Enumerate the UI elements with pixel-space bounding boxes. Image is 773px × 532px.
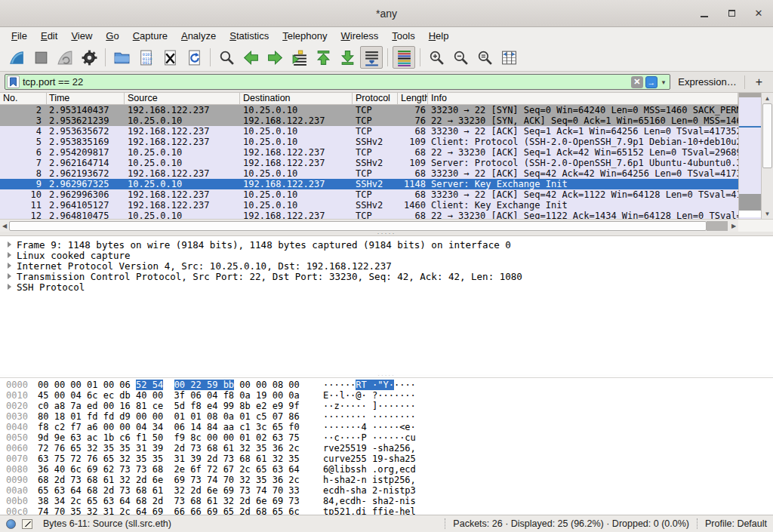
zoom-normal-button[interactable]	[473, 46, 496, 69]
column-header-time[interactable]: Time	[47, 93, 125, 104]
zoom-in-button[interactable]	[425, 46, 448, 69]
packet-row[interactable]: 102.962996306192.168.122.23710.25.0.10TC…	[0, 189, 738, 200]
detail-row[interactable]: Linux cooked capture	[5, 250, 773, 260]
filter-bookmark-button[interactable]	[7, 75, 20, 88]
display-filter-field[interactable]: ✕ → ▾	[5, 74, 670, 90]
packet-row[interactable]: 82.962193672192.168.122.23710.25.0.10TCP…	[0, 168, 738, 179]
maximize-button[interactable]	[723, 5, 740, 22]
hex-row[interactable]: 00b038 34 2c 65 63 64 68 2d 73 68 61 32 …	[6, 496, 773, 506]
hex-row[interactable]: 0020c0 a8 7a ed 00 16 81 ce 5d f8 e4 99 …	[6, 401, 773, 411]
hex-row[interactable]: 007063 75 72 76 65 32 35 35 31 39 2d 73 …	[6, 454, 773, 464]
expand-triangle-icon[interactable]	[8, 263, 11, 269]
add-filter-button[interactable]: +	[750, 75, 768, 89]
menu-go[interactable]: Go	[99, 29, 125, 43]
start-capture-button[interactable]	[5, 46, 28, 69]
hex-row[interactable]: 001045 00 04 6c ec db 40 00 3f 06 04 f8 …	[6, 390, 773, 401]
packet-row[interactable]: 22.953140437192.168.122.23710.25.0.10TCP…	[0, 105, 738, 115]
go-back-button[interactable]	[239, 46, 262, 69]
packet-row[interactable]: 32.95362123910.25.0.10192.168.122.237TCP…	[0, 115, 738, 126]
hex-row[interactable]: 008036 40 6c 69 62 73 73 68 2e 6f 72 67 …	[6, 464, 773, 475]
detail-row[interactable]: Internet Protocol Version 4, Src: 10.25.…	[5, 260, 773, 271]
horizontal-scrollbar-thumb[interactable]	[9, 221, 707, 231]
vertical-scrollbar[interactable]: ▲ ▼	[761, 93, 773, 219]
column-header-no[interactable]: No.	[0, 93, 47, 104]
expand-triangle-icon[interactable]	[8, 284, 11, 290]
menu-statistics[interactable]: Statistics	[223, 29, 276, 43]
column-header-dst[interactable]: Destination	[240, 93, 353, 104]
zoom-out-button[interactable]	[449, 46, 472, 69]
column-header-proto[interactable]: Protocol	[353, 93, 398, 104]
vertical-scrollbar-thumb[interactable]	[762, 103, 772, 168]
filter-dropdown-caret[interactable]: ▾	[662, 78, 666, 86]
display-filter-input[interactable]	[23, 76, 629, 88]
column-header-len[interactable]: Length	[398, 93, 428, 104]
find-packet-button[interactable]	[215, 46, 238, 69]
stop-capture-button[interactable]	[29, 46, 52, 69]
horizontal-scrollbar[interactable]: ◀ ▶	[0, 219, 738, 232]
menu-file[interactable]: File	[5, 29, 34, 43]
menu-edit[interactable]: Edit	[34, 29, 64, 43]
close-button[interactable]: ✕	[750, 5, 767, 22]
packet-list-header[interactable]: No.TimeSourceDestinationProtocolLengthIn…	[0, 93, 738, 105]
profile-text[interactable]: Profile: Default	[705, 518, 767, 529]
filter-apply-button[interactable]: →	[645, 76, 658, 88]
scroll-left-arrow-icon[interactable]: ◀	[0, 220, 9, 232]
menu-wireless[interactable]: Wireless	[334, 29, 386, 43]
packet-row[interactable]: 62.95420981710.25.0.10192.168.122.237TCP…	[0, 147, 738, 158]
colorize-icon	[396, 49, 413, 66]
go-last-button[interactable]	[336, 46, 359, 69]
reload-file-button[interactable]	[183, 46, 205, 69]
capture-options-button[interactable]	[78, 46, 100, 69]
restart-capture-button[interactable]	[54, 46, 76, 69]
detail-row[interactable]: Transmission Control Protocol, Src Port:…	[5, 271, 773, 281]
auto-scroll-button[interactable]	[360, 46, 383, 69]
menu-telephony[interactable]: Telephony	[276, 29, 334, 43]
hex-row[interactable]: 000000 00 00 01 00 06 52 54 00 22 59 bb …	[6, 380, 773, 390]
column-header-info[interactable]: Info	[428, 93, 738, 104]
expert-info-icon[interactable]	[6, 519, 16, 529]
packet-row[interactable]: 122.96481047510.25.0.10192.168.122.237TC…	[0, 211, 738, 219]
expand-triangle-icon[interactable]	[8, 241, 11, 248]
hex-row[interactable]: 00509d 9e 63 ac 1b c6 f1 50 f9 8c 00 00 …	[6, 432, 773, 443]
menu-capture[interactable]: Capture	[126, 29, 174, 43]
svg-text:0011: 0011	[142, 60, 152, 64]
column-header-src[interactable]: Source	[125, 93, 240, 104]
save-file-button[interactable]: 010101100011	[134, 46, 157, 69]
menu-tools[interactable]: Tools	[385, 29, 421, 43]
capture-comment-icon[interactable]	[22, 519, 32, 529]
packet-row[interactable]: 42.953635672192.168.122.23710.25.0.10TCP…	[0, 126, 738, 137]
packet-list-minimap[interactable]	[738, 93, 761, 219]
packet-row[interactable]: 112.964105127192.168.122.23710.25.0.10SS…	[0, 200, 738, 211]
menu-view[interactable]: View	[64, 29, 99, 43]
go-forward-button[interactable]	[263, 46, 286, 69]
expand-triangle-icon[interactable]	[8, 252, 11, 258]
hex-row[interactable]: 003080 18 01 fd fd d9 00 00 01 01 08 0a …	[6, 411, 773, 422]
colorize-button[interactable]	[393, 46, 415, 69]
open-file-button[interactable]	[110, 46, 133, 69]
hex-row[interactable]: 0040f8 c2 f7 a6 00 00 04 34 06 14 84 aa …	[6, 422, 773, 432]
menu-help[interactable]: Help	[422, 29, 456, 43]
expand-triangle-icon[interactable]	[8, 273, 11, 279]
title-bar[interactable]: *any ✕	[0, 0, 773, 27]
hex-row[interactable]: 006072 76 65 32 35 35 31 39 2d 73 68 61 …	[6, 443, 773, 454]
minimize-button[interactable]	[696, 5, 713, 22]
resize-columns-button[interactable]	[497, 46, 520, 69]
packet-row[interactable]: 52.953835169192.168.122.23710.25.0.10SSH…	[0, 137, 738, 147]
go-first-button[interactable]	[312, 46, 334, 69]
hex-row[interactable]: 00c074 70 35 32 31 2c 64 69 66 66 69 65 …	[6, 506, 773, 515]
go-to-packet-button[interactable]	[288, 46, 310, 69]
menu-analyze[interactable]: Analyze	[174, 29, 223, 43]
packet-row[interactable]: 92.96296732510.25.0.10192.168.122.237SSH…	[0, 179, 738, 189]
close-file-button[interactable]	[159, 46, 181, 69]
detail-row[interactable]: SSH Protocol	[5, 281, 773, 292]
hex-row[interactable]: 00a065 63 64 68 2d 73 68 61 32 2d 6e 69 …	[6, 485, 773, 496]
filter-clear-button[interactable]: ✕	[631, 76, 643, 88]
detail-row[interactable]: Frame 9: 1148 bytes on wire (9184 bits),…	[5, 239, 773, 250]
scroll-right-arrow-icon[interactable]: ▶	[729, 220, 738, 232]
hex-offset: 0090	[6, 475, 38, 485]
hex-row[interactable]: 009068 2d 73 68 61 32 2d 6e 69 73 74 70 …	[6, 475, 773, 485]
expression-button[interactable]: Expression…	[675, 76, 739, 88]
packet-row[interactable]: 72.96216471410.25.0.10192.168.122.237SSH…	[0, 158, 738, 168]
scroll-down-arrow-icon[interactable]: ▼	[762, 208, 773, 219]
scroll-up-arrow-icon[interactable]: ▲	[762, 93, 773, 103]
